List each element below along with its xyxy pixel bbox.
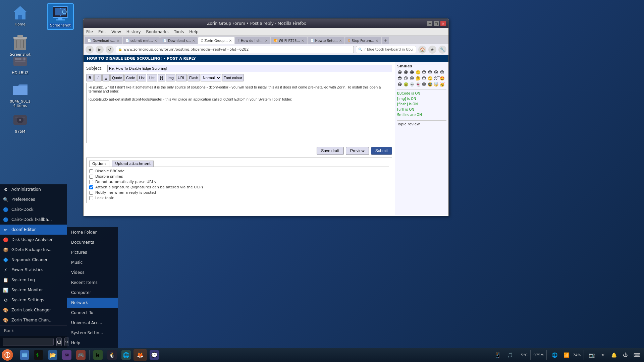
tab-options[interactable]: Options bbox=[89, 161, 109, 167]
toolbar-url-button[interactable]: URL bbox=[176, 74, 187, 81]
toolbar-list2-button[interactable]: List: bbox=[147, 74, 157, 81]
post-textarea[interactable]: Hi jcuritz, whilst I don't like it somet… bbox=[86, 83, 392, 143]
smiley-20[interactable]: 👻 bbox=[415, 82, 421, 87]
menu-back-button[interactable]: Back bbox=[0, 325, 67, 336]
toolbar-underline-button[interactable]: U bbox=[102, 74, 110, 81]
smiley-3[interactable]: 😂 bbox=[409, 70, 415, 75]
ff-menu-history[interactable]: History bbox=[126, 29, 141, 34]
taskbar-mail-button[interactable]: ✉ bbox=[60, 349, 73, 361]
submit-button[interactable]: Submit bbox=[371, 147, 392, 155]
option-disable-smilies[interactable]: Disable smilies bbox=[89, 174, 389, 179]
desktop-icon-disk[interactable]: 975M bbox=[7, 111, 34, 135]
ff-tools-button[interactable]: 🔧 bbox=[438, 46, 446, 54]
option-lock-topic-checkbox[interactable] bbox=[89, 196, 93, 200]
sub-menu-item-documents[interactable]: Documents bbox=[67, 237, 118, 247]
sub-menu-item-pictures[interactable]: Pictures bbox=[67, 247, 118, 257]
smiley-6[interactable]: 😮 bbox=[427, 70, 433, 75]
firefox-minimize-button[interactable]: ─ bbox=[427, 21, 432, 26]
desktop-icon-screenshot[interactable]: Screenshot bbox=[47, 3, 74, 30]
ff-tab-6[interactable]: 📄 Howto Setu... ✕ bbox=[308, 37, 345, 44]
toolbar-code-button[interactable]: Code bbox=[124, 74, 137, 81]
menu-search-input[interactable] bbox=[3, 338, 54, 346]
smiley-7[interactable]: 😢 bbox=[433, 70, 439, 75]
sub-menu-item-system-settings[interactable]: System Settin... bbox=[67, 328, 118, 338]
smiley-2[interactable]: 😁 bbox=[403, 70, 409, 75]
ff-tab-0-close[interactable]: ✕ bbox=[117, 39, 119, 43]
firefox-maximize-button[interactable]: □ bbox=[434, 21, 439, 26]
sub-menu-item-music[interactable]: Music bbox=[67, 257, 118, 267]
option-no-url-parse[interactable]: Do not automatically parse URLs bbox=[89, 180, 389, 184]
desktop-icon-hd[interactable]: HD-LBU2 bbox=[7, 52, 34, 76]
save-draft-button[interactable]: Save draft bbox=[317, 147, 344, 155]
smiley-4[interactable]: 🙂 bbox=[415, 70, 421, 75]
toolbar-list-button[interactable]: List bbox=[137, 74, 146, 81]
smiley-17[interactable]: 😷 bbox=[397, 82, 402, 87]
ff-tab-add-button[interactable]: + bbox=[382, 37, 389, 44]
smiley-8[interactable]: 😡 bbox=[439, 70, 445, 75]
desktop-icon-folder[interactable]: 0846_9011 4 items bbox=[7, 80, 34, 109]
smiley-15[interactable]: 😴 bbox=[433, 76, 439, 81]
ff-tab-7-close[interactable]: ✕ bbox=[376, 39, 378, 43]
taskbar-games-button[interactable]: 🎮 bbox=[74, 349, 88, 361]
taskbar-keyboard-button[interactable]: ⌨ bbox=[632, 349, 642, 361]
option-disable-smilies-checkbox[interactable] bbox=[89, 175, 93, 179]
smiley-18[interactable]: 🤢 bbox=[403, 82, 409, 87]
toolbar-flash-button[interactable]: Flash bbox=[187, 74, 200, 81]
ff-tab-6-close[interactable]: ✕ bbox=[339, 39, 342, 43]
preview-button[interactable]: Preview bbox=[346, 147, 369, 155]
menu-power-button[interactable]: ⏻ bbox=[56, 338, 62, 346]
font-size-select[interactable]: Normal Small Large bbox=[201, 74, 221, 81]
smiley-5[interactable]: 😉 bbox=[421, 70, 427, 75]
option-attach-signature[interactable]: Attach a signature (signatures can be al… bbox=[89, 185, 389, 189]
ff-tab-7[interactable]: O Stop Forum... ✕ bbox=[345, 37, 381, 44]
taskbar-network-button[interactable]: 🌐 bbox=[550, 349, 559, 361]
smiley-1[interactable]: 😀 bbox=[397, 70, 402, 75]
ff-tab-5-close[interactable]: ✕ bbox=[301, 39, 304, 43]
smiley-9[interactable]: 😎 bbox=[397, 76, 402, 81]
smiley-24[interactable]: 🥳 bbox=[439, 82, 445, 87]
firefox-close-button[interactable]: ✕ bbox=[440, 21, 446, 26]
sub-menu-item-network[interactable]: Network bbox=[67, 298, 118, 308]
taskbar-file-manager-button[interactable] bbox=[18, 349, 31, 361]
smiley-19[interactable]: 💀 bbox=[409, 82, 415, 87]
option-notify-reply[interactable]: Notify me when a reply is posted bbox=[89, 190, 389, 195]
menu-item-system-settings[interactable]: ⚙ System Settings bbox=[0, 295, 67, 305]
taskbar-calculator-button[interactable]: 🖩 bbox=[91, 349, 105, 361]
smiley-23[interactable]: 🤯 bbox=[433, 82, 439, 87]
smiley-16[interactable]: 🤩 bbox=[439, 76, 445, 81]
taskbar-power-button[interactable]: ⏻ bbox=[621, 349, 630, 361]
ff-menu-help[interactable]: Help bbox=[189, 29, 198, 34]
ff-menu-edit[interactable]: Edit bbox=[98, 29, 106, 34]
smiley-12[interactable]: 🤔 bbox=[415, 76, 421, 81]
ff-tab-4[interactable]: ? How do I sh... ✕ bbox=[235, 37, 270, 44]
ff-back-button[interactable]: ◀ bbox=[86, 46, 94, 54]
option-attach-signature-checkbox[interactable] bbox=[89, 185, 93, 189]
smiley-10[interactable]: 😕 bbox=[403, 76, 409, 81]
toolbar-bold-button[interactable]: B bbox=[86, 74, 94, 81]
taskbar-brightness-button[interactable]: ☀ bbox=[599, 349, 607, 361]
smiley-13[interactable]: 😐 bbox=[421, 76, 427, 81]
taskbar-notification-button[interactable]: 🔔 bbox=[609, 349, 619, 361]
menu-item-system-log[interactable]: 📋 System Log bbox=[0, 275, 67, 285]
menu-item-disk-usage[interactable]: 🔴 Disk Usage Analyser bbox=[0, 235, 67, 245]
sub-menu-item-recent-items[interactable]: Recent Items bbox=[67, 278, 118, 288]
ff-tab-0[interactable]: 📄 Download s... ✕ bbox=[85, 37, 122, 44]
taskbar-apps-mgr-button[interactable]: 📱 bbox=[492, 349, 503, 361]
smiley-22[interactable]: 🥸 bbox=[427, 82, 433, 87]
sub-menu-item-videos[interactable]: Videos bbox=[67, 267, 118, 278]
sub-menu-item-computer[interactable]: Computer bbox=[67, 288, 118, 298]
menu-item-administration[interactable]: ⚙ Administration bbox=[0, 184, 67, 194]
menu-item-dconf-editor[interactable]: ✏ dconf Editor bbox=[0, 225, 67, 235]
ff-tab-2-close[interactable]: ✕ bbox=[192, 39, 195, 43]
taskbar-start-button[interactable] bbox=[2, 349, 13, 361]
taskbar-screenshot-btn[interactable]: 📷 bbox=[587, 349, 597, 361]
toolbar-list3-button[interactable]: [:] bbox=[158, 74, 165, 81]
menu-item-cairo-dock[interactable]: 🔵 Cairo-Dock bbox=[0, 204, 67, 215]
sub-menu-item-help[interactable]: Help bbox=[67, 338, 118, 348]
taskbar-tux-button[interactable]: 🐧 bbox=[105, 349, 119, 361]
subject-input[interactable] bbox=[107, 65, 392, 72]
option-no-url-parse-checkbox[interactable] bbox=[89, 180, 93, 184]
toolbar-quote-button[interactable]: Quote bbox=[110, 74, 124, 81]
smiley-11[interactable]: 😛 bbox=[409, 76, 415, 81]
ff-reload-button[interactable]: ↺ bbox=[106, 46, 114, 54]
